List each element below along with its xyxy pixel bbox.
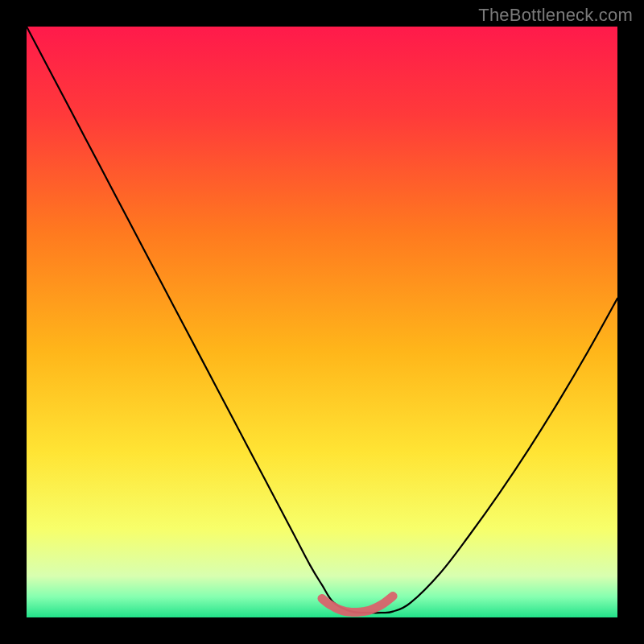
gradient-background [27,27,617,617]
chart-svg [27,27,617,617]
plot-area [27,27,617,617]
chart-frame: TheBottleneck.com [0,0,644,644]
watermark-text: TheBottleneck.com [478,5,633,26]
